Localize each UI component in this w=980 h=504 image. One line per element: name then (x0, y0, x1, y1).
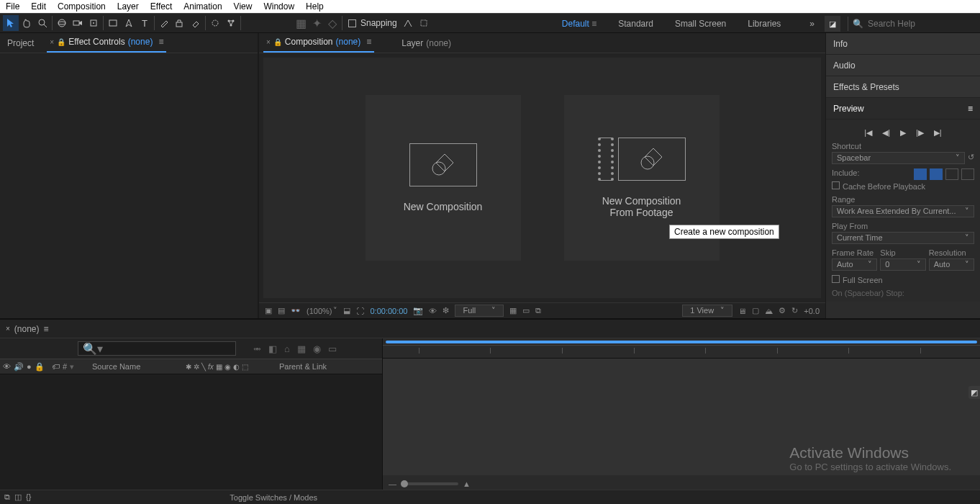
type-tool-icon[interactable]: T (137, 15, 153, 31)
timeline-tab[interactable]: (none) (14, 324, 40, 334)
pen-tool-icon[interactable] (121, 15, 137, 31)
lock-icon[interactable]: 🔒 (273, 38, 282, 46)
play-icon[interactable]: ▶ (900, 128, 906, 138)
lock-icon[interactable]: 🔒 (57, 38, 65, 46)
pixel-aspect-icon[interactable]: ▢ (752, 306, 759, 315)
share-view-icon[interactable]: 🖥 (738, 307, 746, 315)
menu-window[interactable]: Window (258, 0, 300, 13)
workspace-libraries[interactable]: Libraries (748, 19, 781, 29)
motion-blur-icon[interactable]: ◉ (313, 343, 321, 354)
include-loop-icon[interactable] (961, 168, 974, 180)
show-snapshot-icon[interactable]: 👁 (429, 307, 437, 315)
puppet-tool-icon[interactable] (223, 15, 239, 31)
quality-switch-icon[interactable]: ╲ (201, 363, 206, 371)
lock-col-icon[interactable]: 🔒 (35, 362, 45, 372)
reset-icon[interactable]: ↺ (968, 153, 974, 162)
close-icon[interactable]: × (6, 325, 10, 333)
work-area-bar[interactable] (383, 338, 980, 346)
range-dropdown[interactable]: Work Area Extended By Current...˅ (832, 205, 974, 217)
video-col-icon[interactable]: 👁 (3, 362, 11, 372)
panel-menu-icon[interactable]: ≡ (158, 37, 163, 47)
selection-tool-icon[interactable] (3, 15, 19, 31)
timeline-layer-list[interactable] (0, 374, 382, 490)
motion-blur-switch-icon[interactable]: ◉ (224, 363, 231, 371)
last-frame-icon[interactable]: ▶| (934, 128, 942, 138)
menu-file[interactable]: File (0, 0, 25, 13)
hide-shy-icon[interactable]: ⌂ (284, 343, 290, 354)
pan-behind-tool-icon[interactable] (86, 15, 101, 31)
flowchart-icon[interactable]: ⧉ (535, 306, 541, 315)
menu-layer[interactable]: Layer (112, 0, 145, 13)
time-ruler[interactable] (383, 346, 980, 359)
fx-switch-icon[interactable]: fx (208, 363, 214, 371)
play-from-dropdown[interactable]: Current Time˅ (832, 232, 974, 244)
snap-collapse-icon[interactable] (416, 15, 432, 31)
tab-project[interactable]: Project (4, 35, 37, 53)
timeline-search-input[interactable]: 🔍▾ (78, 341, 236, 356)
panel-info[interactable]: Info (826, 33, 980, 55)
snapping-toggle[interactable]: Snapping (348, 18, 397, 28)
workspace-overflow-icon[interactable]: » (809, 19, 815, 29)
include-video-icon[interactable] (914, 168, 927, 180)
exposure-value[interactable]: +0.0 (804, 307, 820, 315)
index-col[interactable]: # (63, 362, 67, 371)
panel-effects-presets[interactable]: Effects & Presets (826, 76, 980, 98)
workspace-small-screen[interactable]: Small Screen (675, 19, 726, 29)
frame-blend-switch-icon[interactable]: ▦ (216, 363, 222, 371)
sync-settings-icon[interactable]: ◪ (825, 16, 840, 32)
menu-edit[interactable]: Edit (25, 0, 52, 13)
camera-tool-icon[interactable] (70, 15, 86, 31)
current-time[interactable]: 0:00:00:00 (370, 307, 407, 315)
mask-visibility-icon[interactable]: 👓 (291, 306, 301, 315)
world-axis-icon[interactable]: ✦ (309, 15, 325, 31)
timeline-track-area[interactable]: — ▲ Activate Windows Go to PC settings t… (383, 338, 980, 490)
fast-draft-icon[interactable]: ⛰ (765, 307, 773, 315)
audio-col-icon[interactable]: 🔊 (14, 362, 24, 372)
preview-resolution-dropdown[interactable]: Auto˅ (929, 258, 974, 271)
panel-menu-icon[interactable]: ≡ (44, 324, 49, 334)
graph-editor-icon[interactable]: ▭ (328, 343, 337, 354)
clone-tool-icon[interactable] (172, 15, 188, 31)
include-overlays-icon[interactable] (945, 168, 958, 180)
close-icon[interactable]: × (50, 38, 54, 46)
panel-menu-icon[interactable]: ≡ (968, 104, 973, 114)
parent-link-col[interactable]: Parent & Link (272, 362, 327, 371)
frame-blend-icon[interactable]: ▦ (297, 343, 306, 354)
prev-frame-icon[interactable]: ◀| (882, 128, 890, 138)
snap-edge-icon[interactable] (400, 15, 416, 31)
workspace-default[interactable]: Default ≡ (562, 19, 596, 29)
3d-switch-icon[interactable]: ⬚ (242, 363, 248, 371)
menu-help[interactable]: Help (300, 0, 330, 13)
close-icon[interactable]: × (266, 38, 271, 46)
render-queue-icon[interactable]: ◫ (14, 492, 22, 502)
menu-view[interactable]: View (228, 0, 258, 13)
transparency-grid-icon[interactable]: ▤ (278, 306, 285, 315)
draft-3d-icon[interactable]: ◧ (268, 343, 277, 354)
docked-panel-handle[interactable]: ◩ (968, 386, 980, 399)
magnification-dropdown[interactable]: (100%) ˅ (307, 306, 337, 315)
channel-icon[interactable]: ❇ (443, 306, 449, 315)
timeline-zoom-slider[interactable]: — ▲ (389, 480, 471, 488)
menu-effect[interactable]: Effect (145, 0, 178, 13)
full-screen-toggle[interactable]: Full Screen (832, 275, 974, 284)
first-frame-icon[interactable]: |◀ (864, 128, 872, 138)
include-audio-icon[interactable] (930, 168, 943, 180)
always-preview-icon[interactable]: ▣ (265, 306, 272, 315)
fast-previews-icon[interactable]: ▦ (509, 306, 517, 315)
tab-composition[interactable]: × 🔒 Composition (none) ≡ (263, 34, 374, 53)
tab-effect-controls[interactable]: × 🔒 Effect Controls (none) ≡ (47, 34, 166, 53)
rectangle-tool-icon[interactable] (105, 15, 121, 31)
local-axis-icon[interactable]: ▦ (293, 15, 309, 31)
roi-icon[interactable]: ⛶ (356, 307, 364, 315)
source-name-col[interactable]: Source Name (92, 362, 186, 371)
frame-rate-dropdown[interactable]: Auto˅ (832, 258, 877, 271)
brush-tool-icon[interactable] (156, 15, 172, 31)
composition-settings-icon[interactable]: {} (26, 492, 31, 502)
views-dropdown[interactable]: 1 View ˅ (682, 305, 732, 317)
timeline-icon[interactable]: ▭ (522, 306, 530, 315)
roto-tool-icon[interactable] (207, 15, 223, 31)
cache-before-playback[interactable]: Cache Before Playback (832, 181, 974, 191)
collapse-switch-icon[interactable]: ✲ (194, 363, 199, 371)
resolution-dropdown[interactable]: Full ˅ (455, 305, 503, 317)
zoom-tool-icon[interactable] (35, 15, 50, 31)
